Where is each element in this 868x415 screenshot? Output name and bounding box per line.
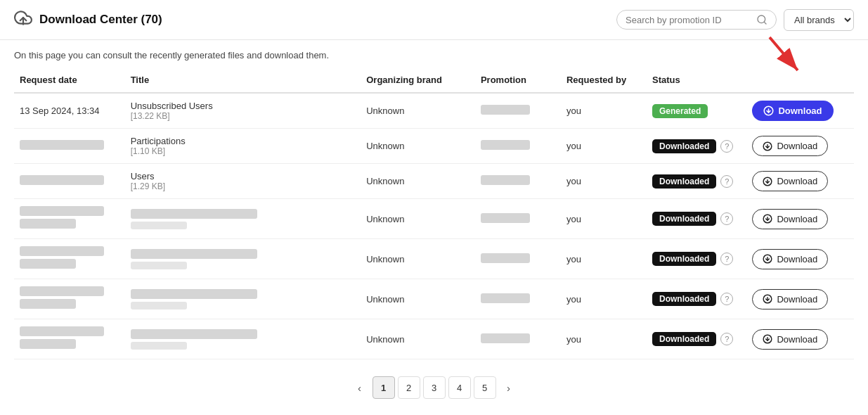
page-title: Download Center (70) — [39, 13, 162, 27]
status-badge-downloaded: Downloaded — [652, 292, 716, 306]
col-header-brand: Organizing brand — [361, 68, 475, 93]
page-subtitle: On this page you can consult the recentl… — [0, 40, 868, 68]
cell-action: Download — [746, 279, 854, 319]
download-button-outline[interactable]: Download — [752, 209, 828, 229]
cell-date — [14, 199, 125, 239]
cell-title: Unsubscribed Users [13.22 KB] — [125, 93, 361, 129]
download-icon — [763, 106, 774, 116]
cell-action: Download — [746, 199, 854, 239]
table-row: Unknown you Downloaded ? Download — [14, 199, 854, 239]
header-right: All brandsBrand ABrand B — [616, 9, 854, 31]
page-button-2[interactable]: 2 — [398, 376, 420, 399]
prev-page-button[interactable]: ‹ — [350, 376, 370, 399]
brand-select[interactable]: All brandsBrand ABrand B — [784, 9, 854, 31]
cell-action: Download — [746, 164, 854, 199]
cell-status: Downloaded ? — [647, 279, 746, 319]
help-icon[interactable]: ? — [720, 333, 733, 345]
status-badge-downloaded: Downloaded — [652, 332, 716, 346]
download-icon — [763, 214, 772, 224]
cell-requested-by: you — [561, 129, 647, 164]
page-button-4[interactable]: 4 — [448, 376, 471, 399]
cell-brand: Unknown — [361, 129, 475, 164]
cell-brand: Unknown — [361, 164, 475, 199]
next-page-button[interactable]: › — [499, 376, 519, 399]
cell-action: Download — [746, 239, 854, 279]
cell-title: Participations [1.10 KB] — [125, 129, 361, 164]
header-left: Download Center (70) — [14, 8, 162, 31]
cell-title — [125, 319, 361, 359]
help-icon[interactable]: ? — [720, 140, 733, 153]
downloads-table: Request date Title Organizing brand Prom… — [14, 68, 854, 359]
download-icon — [763, 177, 772, 186]
cell-action: Download — [746, 319, 854, 359]
cell-requested-by: you — [561, 279, 647, 319]
download-button-outline[interactable]: Download — [752, 136, 828, 156]
table-row: Unknown you Downloaded ? Download — [14, 319, 854, 359]
table-row: Unknown you Downloaded ? Download — [14, 279, 854, 319]
download-icon — [763, 294, 772, 304]
download-icon — [763, 141, 772, 151]
help-icon[interactable]: ? — [720, 293, 733, 305]
cell-date — [14, 164, 125, 199]
status-badge-downloaded: Downloaded — [652, 252, 716, 266]
cell-promo — [475, 199, 561, 239]
help-icon[interactable]: ? — [720, 212, 733, 225]
cell-status: Downloaded ? — [647, 319, 746, 359]
cell-promo — [475, 129, 561, 164]
col-header-date: Request date — [14, 68, 125, 93]
cell-promo — [475, 319, 561, 359]
cell-date — [14, 129, 125, 164]
cell-requested-by: you — [561, 199, 647, 239]
download-button-primary[interactable]: Download — [752, 101, 833, 121]
table-row: Users [1.29 KB] Unknown you Downloaded ? — [14, 164, 854, 199]
cell-brand: Unknown — [361, 319, 475, 359]
pagination: ‹ 1 2 3 4 5 › — [0, 359, 868, 410]
cell-title — [125, 199, 361, 239]
search-input[interactable] — [626, 15, 752, 25]
download-button-outline[interactable]: Download — [752, 289, 828, 309]
page-button-5[interactable]: 5 — [474, 376, 496, 399]
cell-brand: Unknown — [361, 279, 475, 319]
cell-date — [14, 319, 125, 359]
cell-promo — [475, 164, 561, 199]
help-icon[interactable]: ? — [720, 253, 733, 265]
cell-brand: Unknown — [361, 199, 475, 239]
page-button-3[interactable]: 3 — [423, 376, 446, 399]
cell-title — [125, 239, 361, 279]
page-button-1[interactable]: 1 — [373, 376, 395, 399]
download-button-outline[interactable]: Download — [752, 249, 828, 269]
search-box[interactable] — [616, 10, 777, 30]
cell-title: Users [1.29 KB] — [125, 164, 361, 199]
status-badge-generated: Generated — [652, 104, 708, 118]
cell-status: Downloaded ? — [647, 164, 746, 199]
download-button-outline[interactable]: Download — [752, 171, 828, 191]
download-button-outline[interactable]: Download — [752, 329, 828, 350]
cell-action: Download — [746, 129, 854, 164]
cell-status: Downloaded ? — [647, 239, 746, 279]
col-header-action — [746, 68, 854, 93]
page-header: Download Center (70) All brandsBrand ABr… — [0, 0, 868, 40]
svg-line-2 — [764, 22, 766, 24]
cell-status: Generated — [647, 93, 746, 129]
cell-brand: Unknown — [361, 93, 475, 129]
cell-status: Downloaded ? — [647, 199, 746, 239]
cell-status: Downloaded ? — [647, 129, 746, 164]
search-icon — [756, 14, 767, 25]
help-icon[interactable]: ? — [720, 175, 733, 188]
cell-requested-by: you — [561, 93, 647, 129]
cell-date: 13 Sep 2024, 13:34 — [14, 93, 125, 129]
table-row: 13 Sep 2024, 13:34 Unsubscribed Users [1… — [14, 93, 854, 129]
cell-promo — [475, 93, 561, 129]
cell-promo — [475, 239, 561, 279]
col-header-status: Status — [647, 68, 746, 93]
status-badge-downloaded: Downloaded — [652, 139, 716, 153]
cell-brand: Unknown — [361, 239, 475, 279]
table-header-row: Request date Title Organizing brand Prom… — [14, 68, 854, 93]
cell-promo — [475, 279, 561, 319]
col-header-title: Title — [125, 68, 361, 93]
table-container: Request date Title Organizing brand Prom… — [0, 68, 868, 359]
cell-title — [125, 279, 361, 319]
download-icon — [763, 254, 772, 264]
col-header-requested-by: Requested by — [561, 68, 647, 93]
status-badge-downloaded: Downloaded — [652, 212, 716, 226]
